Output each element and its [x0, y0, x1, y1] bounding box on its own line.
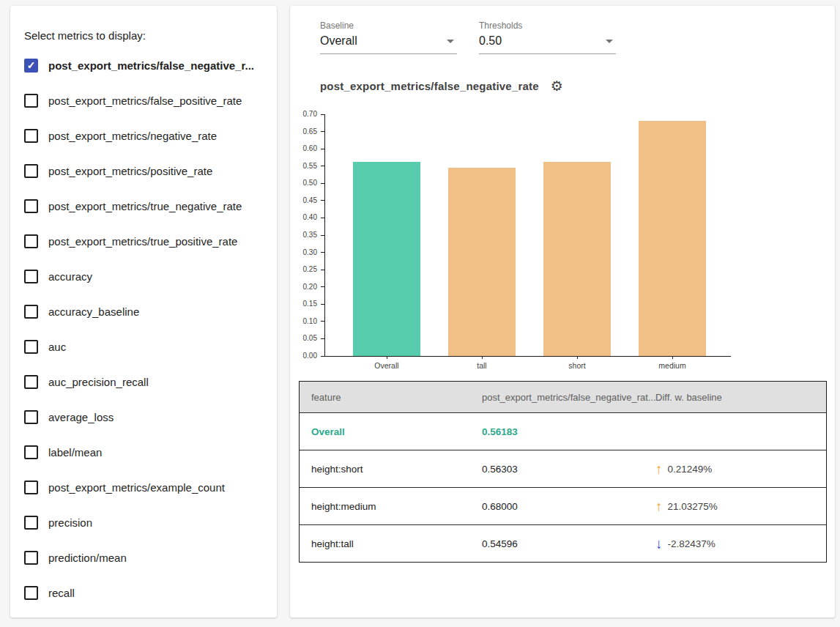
table-row-height-tall[interactable]: height:tall0.54596↓-2.82437% [300, 524, 826, 562]
y-axis-label: 0.45 [291, 197, 317, 204]
bar-tall[interactable] [448, 168, 516, 356]
bar-overall[interactable] [353, 162, 420, 356]
metric-item-auc[interactable]: auc [10, 329, 277, 364]
table-row-height-medium[interactable]: height:medium0.68000↑21.03275% [300, 487, 826, 524]
metric-item-post-export-metrics-false-negative-r[interactable]: ✓post_export_metrics/false_negative_r... [10, 48, 277, 83]
thresholds-label: Thresholds [479, 21, 616, 31]
checkbox-unchecked-icon[interactable] [24, 234, 38, 248]
x-axis-label-overall: Overall [353, 361, 420, 370]
y-axis-label: 0.25 [291, 266, 317, 273]
table-header-feature: feature [311, 392, 341, 403]
metric-item-post-export-metrics-true-negative-rate[interactable]: post_export_metrics/true_negative_rate [10, 188, 277, 223]
baseline-value: Overall [320, 34, 357, 48]
metric-item-label: average_loss [48, 411, 114, 423]
cell-feature: height:medium [311, 501, 376, 512]
y-axis-tick [321, 304, 325, 305]
metrics-list: ✓post_export_metrics/false_negative_r...… [10, 48, 277, 610]
cell-feature: height:tall [311, 538, 354, 549]
gear-icon[interactable]: ⚙ [551, 79, 563, 93]
y-axis-tick [321, 183, 325, 184]
checkbox-unchecked-icon[interactable] [24, 305, 38, 319]
checkbox-unchecked-icon[interactable] [24, 375, 38, 389]
checkbox-unchecked-icon[interactable] [24, 481, 38, 494]
cell-diff-with-baseline: ↑21.03275% [655, 500, 718, 513]
x-axis-label-medium: medium [639, 361, 706, 370]
y-axis-label: 0.15 [291, 300, 317, 308]
bar-medium[interactable] [639, 121, 706, 356]
chevron-down-icon [606, 40, 613, 43]
metric-item-post-export-metrics-example-count[interactable]: post_export_metrics/example_count [10, 470, 277, 505]
table-body: Overall0.56183height:short0.56303↑0.2124… [300, 412, 826, 562]
bar-short[interactable] [543, 162, 611, 356]
cell-metric-value: 0.54596 [482, 538, 518, 549]
chart-title: post_export_metrics/false_negative_rate [320, 80, 539, 92]
metric-item-auc-precision-recall[interactable]: auc_precision_recall [10, 364, 277, 399]
metric-item-average-loss[interactable]: average_loss [10, 399, 277, 434]
y-axis-label: 0.50 [291, 179, 317, 187]
arrow-up-icon: ↑ [655, 500, 663, 513]
baseline-label: Baseline [320, 21, 457, 31]
y-axis-label: 0.20 [291, 283, 317, 291]
checkbox-unchecked-icon[interactable] [24, 94, 38, 108]
metric-item-label: prediction/mean [48, 552, 127, 564]
y-axis-label: 0.65 [291, 128, 317, 136]
y-axis-tick [321, 149, 325, 149]
metric-item-post-export-metrics-negative-rate[interactable]: post_export_metrics/negative_rate [10, 118, 277, 153]
checkbox-unchecked-icon[interactable] [24, 340, 38, 354]
cell-feature: height:short [311, 464, 363, 475]
metric-item-label: recall [48, 587, 75, 599]
chart-header: post_export_metrics/false_negative_rate … [320, 79, 563, 93]
checkbox-unchecked-icon[interactable] [24, 270, 38, 283]
metric-item-post-export-metrics-true-positive-rate[interactable]: post_export_metrics/true_positive_rate [10, 223, 277, 259]
metric-item-label-mean[interactable]: label/mean [10, 434, 277, 470]
x-axis-label-short: short [543, 361, 611, 370]
metric-item-label: accuracy_baseline [48, 305, 139, 318]
checkbox-unchecked-icon[interactable] [24, 129, 38, 143]
metric-item-post-export-metrics-false-positive-rate[interactable]: post_export_metrics/false_positive_rate [10, 83, 277, 118]
checkbox-checked-icon[interactable]: ✓ [24, 59, 38, 73]
table-header-diff: Diff. w. baseline [655, 392, 722, 403]
metric-item-post-export-metrics-positive-rate[interactable]: post_export_metrics/positive_rate [10, 153, 277, 188]
metric-item-accuracy-baseline[interactable]: accuracy_baseline [10, 294, 277, 329]
metric-results-panel: Baseline Overall Thresholds 0.50 post_ex… [290, 6, 835, 617]
y-axis-tick [321, 338, 325, 339]
checkbox-unchecked-icon[interactable] [24, 445, 38, 459]
y-axis-label: 0.30 [291, 249, 317, 256]
checkbox-unchecked-icon[interactable] [24, 586, 38, 600]
metric-item-label: auc_precision_recall [48, 376, 149, 388]
x-axis-tick [482, 356, 483, 359]
metric-item-prediction-mean[interactable]: prediction/mean [10, 540, 277, 575]
checkbox-unchecked-icon[interactable] [24, 199, 38, 213]
metrics-table: feature post_export_metrics/false_negati… [299, 381, 827, 563]
metric-item-label: precision [48, 516, 92, 529]
metric-item-recall[interactable]: recall [10, 575, 277, 610]
y-axis-tick [321, 218, 325, 218]
chevron-down-icon [447, 40, 454, 43]
x-axis-tick [387, 356, 387, 359]
arrow-up-icon: ↑ [655, 462, 663, 476]
checkbox-unchecked-icon[interactable] [24, 516, 38, 530]
diff-percentage: 0.21249% [668, 464, 713, 475]
x-axis-tick [672, 356, 673, 359]
y-axis-tick [321, 321, 325, 322]
cell-metric-value: 0.56183 [482, 426, 518, 437]
table-header-row: feature post_export_metrics/false_negati… [300, 382, 826, 412]
arrow-down-icon: ↓ [655, 537, 663, 551]
table-header-metric: post_export_metrics/false_negative_rat..… [482, 392, 656, 403]
cell-feature: Overall [311, 426, 345, 437]
x-axis-label-tall: tall [448, 361, 516, 370]
y-axis-label: 0.10 [291, 318, 317, 325]
y-axis-tick [321, 286, 325, 287]
table-row-overall[interactable]: Overall0.56183 [300, 412, 826, 450]
y-axis-label: 0.40 [291, 214, 317, 221]
y-axis-label: 0.05 [291, 335, 317, 342]
y-axis-tick [321, 114, 325, 115]
baseline-dropdown[interactable]: Baseline Overall [320, 21, 457, 54]
checkbox-unchecked-icon[interactable] [24, 551, 38, 565]
metric-item-precision[interactable]: precision [10, 505, 277, 540]
checkbox-unchecked-icon[interactable] [24, 164, 38, 178]
thresholds-dropdown[interactable]: Thresholds 0.50 [479, 21, 616, 54]
table-row-height-short[interactable]: height:short0.56303↑0.21249% [300, 450, 826, 487]
metric-item-accuracy[interactable]: accuracy [10, 259, 277, 294]
checkbox-unchecked-icon[interactable] [24, 410, 38, 424]
